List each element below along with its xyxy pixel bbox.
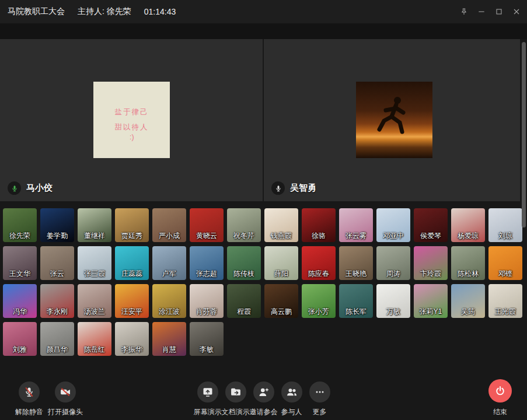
participants-button[interactable]: 参与人	[278, 382, 306, 417]
stage-tile-maxiaojiao[interactable]: 盐于律己 甜以待人 :) 马小佼	[0, 39, 263, 201]
participant-name: 陈松林	[458, 269, 479, 279]
participant-tile[interactable]: 张志超	[190, 246, 224, 280]
participant-name: 颜昌华	[47, 345, 68, 355]
more-dots-icon	[309, 382, 330, 402]
participant-tile[interactable]: 庄蕊蕊	[115, 246, 149, 280]
invite-button[interactable]: 邀请参会	[250, 382, 278, 417]
participant-tile[interactable]: 张三霞	[78, 246, 111, 280]
maximize-icon[interactable]	[492, 5, 506, 19]
participant-tile[interactable]: 李永刚	[40, 284, 74, 318]
participant-tile[interactable]: 卞玲霞	[414, 246, 448, 280]
participant-name: 王光霞	[495, 307, 516, 317]
participant-tile[interactable]: 周涛	[376, 246, 410, 280]
participant-tile[interactable]: 冯华	[3, 284, 37, 318]
participant-grid: 徐先荣姜学勤董继祥贾廷秀严小成黄晓云祝冬芹钱燕霞徐骆张云雾邓亚中侯爱琴杨爱琼刘琼…	[3, 208, 523, 356]
participant-name: 陈应春	[308, 269, 329, 279]
unmute-button[interactable]: 解除静音	[14, 382, 44, 417]
participant-tile[interactable]: 颜昌华	[40, 322, 74, 356]
participant-name: 贾廷秀	[121, 231, 142, 241]
participant-name: 刘琼	[498, 231, 512, 241]
participant-tile[interactable]: 陈松林	[451, 246, 485, 280]
participant-name: 薛阳	[274, 269, 288, 279]
host-label: 主持人: 徐先荣	[78, 6, 131, 17]
meeting-title: 马院教职工大会	[8, 6, 65, 17]
card-text-line: 甜以待人	[93, 123, 170, 132]
participant-tile[interactable]: 邓亚中	[376, 208, 410, 242]
participant-tile[interactable]: 肖芬蓉	[190, 284, 224, 318]
participant-tile[interactable]: 汤波兰	[78, 284, 111, 318]
participant-tile[interactable]: 姜学勤	[40, 208, 74, 242]
participant-tile[interactable]: 陈长军	[339, 284, 373, 318]
participant-tile[interactable]: 卢军	[152, 246, 186, 280]
participant-tile[interactable]: 程霞	[227, 284, 261, 318]
participant-name: 高云鹏	[271, 307, 292, 317]
screen-share-label: 屏幕演示	[194, 407, 222, 417]
participant-tile[interactable]: 高云鹏	[264, 284, 298, 318]
participant-tile[interactable]: 吴筠	[451, 284, 485, 318]
participant-tile[interactable]: 张莉Y1	[414, 284, 448, 318]
participant-name: 黄晓云	[196, 231, 217, 241]
participant-name: 周涛	[386, 269, 400, 279]
participant-tile[interactable]: 黄晓云	[190, 208, 224, 242]
scrollbar-thumb[interactable]	[522, 42, 526, 228]
window-controls	[457, 0, 523, 23]
camera-label: 打开摄像头	[48, 407, 83, 417]
people-icon	[281, 382, 302, 402]
participant-name: 杨爱琼	[458, 231, 479, 241]
participant-tile[interactable]: 刘琼	[488, 208, 522, 242]
participant-name: 陈传枝	[233, 269, 254, 279]
participant-name: 邓亚中	[383, 231, 404, 241]
pin-icon[interactable]	[457, 5, 471, 19]
participant-name: 侯爱琴	[420, 231, 441, 241]
close-icon[interactable]	[509, 5, 523, 19]
participant-tile[interactable]: 徐先荣	[3, 208, 37, 242]
participant-tile[interactable]: 李振华	[115, 322, 149, 356]
participant-name: 李振华	[121, 345, 142, 355]
end-meeting-button[interactable]: 结束	[488, 379, 512, 417]
participant-tile[interactable]: 王文华	[3, 246, 37, 280]
invite-label: 邀请参会	[250, 407, 278, 417]
participant-name: 冯华	[13, 307, 27, 317]
stage-participant-name: 吴智勇	[290, 183, 316, 194]
minimize-icon[interactable]	[474, 5, 488, 19]
participant-tile[interactable]: 汪安平	[115, 284, 149, 318]
participant-name: 徐先荣	[9, 231, 30, 241]
meeting-timer: 01:14:43	[144, 7, 176, 16]
participant-tile[interactable]: 陈岳红	[78, 322, 111, 356]
participant-tile[interactable]: 王晓艳	[339, 246, 373, 280]
participant-tile[interactable]: 王光霞	[488, 284, 522, 318]
participant-tile[interactable]: 薛阳	[264, 246, 298, 280]
stage-tile-wuzhiyong[interactable]: 吴智勇	[264, 39, 520, 201]
participant-tile[interactable]: 侯爱琴	[414, 208, 448, 242]
participant-tile[interactable]: 邓铿	[488, 246, 522, 280]
camera-on-button[interactable]: 打开摄像头	[48, 382, 83, 417]
participant-tile[interactable]: 徐骆	[302, 208, 336, 242]
participant-tile[interactable]: 刘雅	[3, 322, 37, 356]
participant-tile[interactable]: 李敏	[190, 322, 224, 356]
participant-name: 万敏	[386, 307, 400, 317]
participant-tile[interactable]: 张云	[40, 246, 74, 280]
participant-tile[interactable]: 肖慧	[152, 322, 186, 356]
participant-name: 吴筠	[461, 307, 475, 317]
participant-tile[interactable]: 贾廷秀	[115, 208, 149, 242]
doc-share-button[interactable]: 文档演示	[222, 382, 250, 417]
participant-name: 陈岳红	[84, 345, 105, 355]
participant-tile[interactable]: 严小成	[152, 208, 186, 242]
participant-tile[interactable]: 杨爱琼	[451, 208, 485, 242]
participant-tile[interactable]: 张小芳	[302, 284, 336, 318]
participant-tile[interactable]: 陈传枝	[227, 246, 261, 280]
participant-tile[interactable]: 钱燕霞	[264, 208, 298, 242]
screen-share-button[interactable]: 屏幕演示	[194, 382, 222, 417]
mic-icon	[271, 181, 285, 195]
more-button[interactable]: 更多	[306, 382, 334, 417]
participant-tile[interactable]: 祝冬芹	[227, 208, 261, 242]
participant-name: 卢军	[162, 269, 176, 279]
participant-tile[interactable]: 董继祥	[78, 208, 111, 242]
participant-tile[interactable]: 涂江波	[152, 284, 186, 318]
participant-tile[interactable]: 陈应春	[302, 246, 336, 280]
participant-tile[interactable]: 张云雾	[339, 208, 373, 242]
shared-image-card: 盐于律己 甜以待人 :)	[93, 82, 170, 158]
participant-tile[interactable]: 万敏	[376, 284, 410, 318]
participant-name: 张三霞	[84, 269, 105, 279]
person-add-icon	[253, 382, 274, 402]
